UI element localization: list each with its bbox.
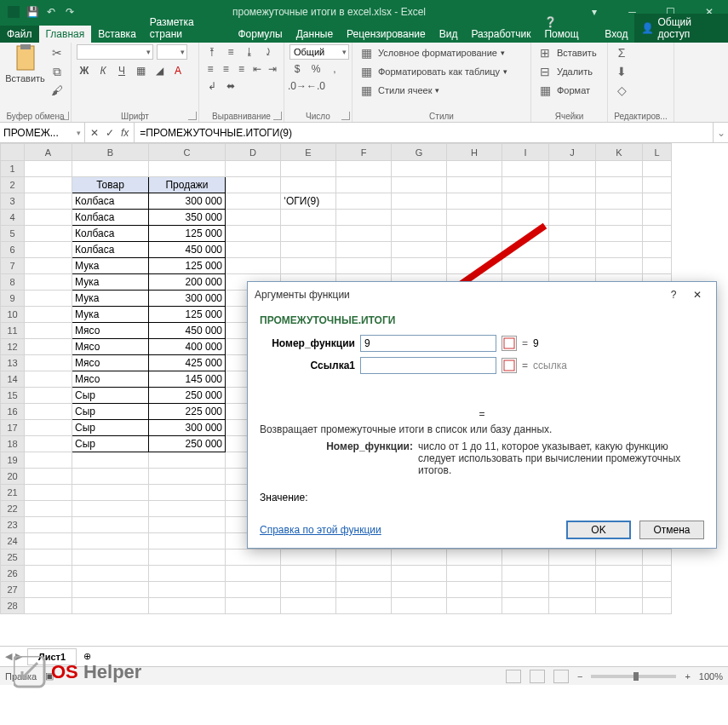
col-header-L[interactable]: L <box>643 144 672 161</box>
cell-A17[interactable] <box>25 420 72 436</box>
cell-C13[interactable]: 425 000 <box>149 355 226 371</box>
tab-insert[interactable]: Вставка <box>91 26 143 43</box>
row-header-7[interactable]: 7 <box>1 258 25 274</box>
cell-H28[interactable] <box>447 598 502 614</box>
cell-B23[interactable] <box>72 517 149 533</box>
cell-B12[interactable]: Мясо <box>72 339 149 355</box>
cell-A7[interactable] <box>25 258 72 274</box>
col-header-E[interactable]: E <box>281 144 336 161</box>
cell-L27[interactable] <box>643 582 672 598</box>
cell-E3[interactable]: ˈОГИ(9) <box>281 193 336 210</box>
align-top-icon[interactable]: ⭱ <box>204 44 220 60</box>
col-header-I[interactable]: I <box>502 144 549 161</box>
row-header-17[interactable]: 17 <box>1 420 25 436</box>
row-header-24[interactable]: 24 <box>1 533 25 550</box>
cell-I26[interactable] <box>502 566 549 582</box>
cell-B15[interactable]: Сыр <box>72 388 149 404</box>
cell-H5[interactable] <box>447 226 502 242</box>
cell-F7[interactable] <box>336 258 392 274</box>
cells-format-button[interactable]: ▦Формат <box>536 82 602 99</box>
cell-J26[interactable] <box>549 566 596 582</box>
cell-E7[interactable] <box>281 258 336 274</box>
cell-A5[interactable] <box>25 226 72 242</box>
col-header-K[interactable]: K <box>596 144 643 161</box>
zoom-out-icon[interactable]: − <box>577 671 582 682</box>
cell-K26[interactable] <box>596 566 643 582</box>
cell-C25[interactable] <box>149 550 226 566</box>
cell-L4[interactable] <box>643 210 672 226</box>
enter-formula-icon[interactable]: ✓ <box>106 127 114 139</box>
tab-share[interactable]: 👤Общий доступ <box>634 14 728 43</box>
expand-formula-bar-icon[interactable]: ⌄ <box>713 123 728 142</box>
cell-B1[interactable] <box>72 161 149 177</box>
cell-K28[interactable] <box>596 598 643 614</box>
cell-B25[interactable] <box>72 550 149 566</box>
decimal-inc-icon[interactable]: .0→ <box>289 78 305 94</box>
cell-A20[interactable] <box>25 469 72 485</box>
row-header-1[interactable]: 1 <box>1 161 25 177</box>
cell-B10[interactable]: Мука <box>72 307 149 323</box>
cell-I2[interactable] <box>502 177 549 193</box>
cell-B3[interactable]: Колбаса <box>72 193 149 210</box>
align-right-icon[interactable]: ≡ <box>235 61 247 77</box>
cell-F1[interactable] <box>336 161 392 177</box>
col-header-C[interactable]: C <box>149 144 226 161</box>
dialog-ok-button[interactable]: OK <box>566 521 631 539</box>
row-header-22[interactable]: 22 <box>1 501 25 517</box>
cell-C26[interactable] <box>149 566 226 582</box>
cell-F25[interactable] <box>336 550 392 566</box>
clipboard-launcher[interactable] <box>60 112 69 120</box>
align-bottom-icon[interactable]: ⭳ <box>242 44 257 60</box>
cell-G3[interactable] <box>392 193 447 210</box>
cell-A15[interactable] <box>25 388 72 404</box>
cell-D5[interactable] <box>226 226 281 242</box>
row-header-18[interactable]: 18 <box>1 436 25 452</box>
cell-F6[interactable] <box>336 242 392 258</box>
copy-icon[interactable]: ⧉ <box>49 63 66 80</box>
cell-H6[interactable] <box>447 242 502 258</box>
cell-I1[interactable] <box>502 161 549 177</box>
cell-I25[interactable] <box>502 550 549 566</box>
cell-D2[interactable] <box>226 177 281 193</box>
cell-G27[interactable] <box>392 582 447 598</box>
row-header-12[interactable]: 12 <box>1 339 25 355</box>
cell-J7[interactable] <box>549 258 596 274</box>
cell-L5[interactable] <box>643 226 672 242</box>
cell-K3[interactable] <box>596 193 643 210</box>
row-header-3[interactable]: 3 <box>1 193 25 210</box>
cell-B9[interactable]: Мука <box>72 291 149 307</box>
col-header-H[interactable]: H <box>447 144 502 161</box>
cells-insert-button[interactable]: ⊞Вставить <box>536 44 602 61</box>
row-header-27[interactable]: 27 <box>1 582 25 598</box>
cell-A8[interactable] <box>25 274 72 291</box>
cell-A2[interactable] <box>25 177 72 193</box>
cell-I27[interactable] <box>502 582 549 598</box>
cell-C18[interactable]: 250 000 <box>149 436 226 452</box>
align-middle-icon[interactable]: ≡ <box>223 44 238 60</box>
tab-formulas[interactable]: Формулы <box>231 26 289 43</box>
cell-B28[interactable] <box>72 598 149 614</box>
cell-A16[interactable] <box>25 404 72 420</box>
row-header-9[interactable]: 9 <box>1 291 25 307</box>
cell-C14[interactable]: 145 000 <box>149 371 226 388</box>
col-header-B[interactable]: B <box>72 144 149 161</box>
cell-C4[interactable]: 350 000 <box>149 210 226 226</box>
cell-A25[interactable] <box>25 550 72 566</box>
dialog-cancel-button[interactable]: Отмена <box>639 521 704 539</box>
cell-B20[interactable] <box>72 469 149 485</box>
cell-C2[interactable]: Продажи <box>149 177 226 193</box>
cell-G2[interactable] <box>392 177 447 193</box>
cell-A27[interactable] <box>25 582 72 598</box>
cell-D26[interactable] <box>226 566 281 582</box>
cell-A14[interactable] <box>25 371 72 388</box>
undo-icon[interactable]: ↶ <box>44 5 58 19</box>
paste-button[interactable]: Вставить <box>5 44 45 99</box>
cell-G25[interactable] <box>392 550 447 566</box>
cell-B19[interactable] <box>72 452 149 469</box>
border-button[interactable]: ▦ <box>133 63 148 78</box>
row-header-21[interactable]: 21 <box>1 485 25 501</box>
cell-D27[interactable] <box>226 582 281 598</box>
cell-J3[interactable] <box>549 193 596 210</box>
row-header-10[interactable]: 10 <box>1 307 25 323</box>
row-header-14[interactable]: 14 <box>1 371 25 388</box>
